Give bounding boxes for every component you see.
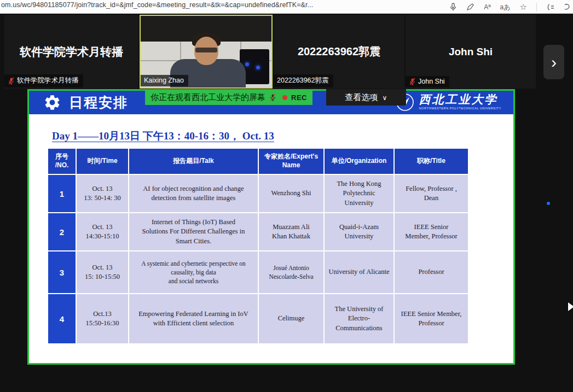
cell-time: Oct.13 15:50-16:30 [77,294,128,343]
row-no: 4 [48,294,76,343]
view-options-button[interactable]: 查看选项 ∨ [326,89,406,106]
cell-talk: Internet of Things (IoT) Based Solutions… [129,213,258,250]
translate-icon[interactable]: aあ [500,4,511,10]
university-logo: 西北工业大学 NORTHWESTERN POLYTECHNICAL UNIVER… [395,92,501,112]
cell-expert: Josué Antonio Nescolarde-Selva [259,251,323,293]
zoom-meeting-page: { "browser": { "url": "om.us/wc/94801185… [0,0,573,392]
chevron-down-icon: ∨ [383,94,387,102]
schedule-table: 序号 /NO. 时间/Time 报告题目/Talk 专家姓名/Expert's … [48,149,468,343]
cell-time: Oct. 13 15: 10-15:50 [77,251,128,293]
cell-talk: Empowering Federated Learning in IoV wit… [129,294,258,343]
col-header-talk: 报告题目/Talk [129,149,258,174]
address-url[interactable]: om.us/wc/94801185077/join?track_id=&jmf_… [1,1,403,9]
cell-org: Quaid-i-Azam University [325,213,393,250]
watch-banner-text: 你正在观看西北工业大学的屏幕 [151,92,265,103]
cell-org: The University of Electro- Communication… [325,294,393,343]
col-header-org: 单位/Organization [325,149,393,174]
video-tile-guozhen[interactable]: 2022263962郭震 2022263962郭震 [274,15,404,89]
schedule-day-title: Day 1——10月13日 下午13：40-16：30， Oct. 13 [52,129,274,143]
video-tile-relay[interactable]: 软件学院学术月转播 软件学院学术月转播 [4,15,138,89]
cell-time: Oct. 13 13: 50-14: 30 [77,175,128,212]
person-glasses [195,48,217,52]
read-aloud-icon[interactable]: Aª [484,4,490,10]
cell-expert: Wenzhong Shi [259,175,323,212]
mic-muted-icon [8,77,15,85]
cell-expert: Muazzam Ali Khan Khattak [259,213,323,250]
video-tile-kaixing-zhao[interactable]: Kaixing Zhao [140,15,273,89]
voice-search-icon[interactable] [449,3,457,11]
recording-dot [282,95,287,100]
participant-name-tag: Kaixing Zhao [141,75,188,86]
view-options-label: 查看选项 [345,92,378,103]
col-header-title: 职称/Title [395,149,468,174]
gear-icon [43,93,61,112]
edit-pen-icon[interactable] [466,3,474,11]
browser-address-bar: om.us/wc/94801185077/join?track_id=&jmf_… [0,0,573,14]
screen-watch-banner: 你正在观看西北工业大学的屏幕 REC [145,90,312,105]
row-no: 2 [48,213,76,250]
banner-mic-muted-icon [269,93,276,101]
participant-name-tag: John Shi [406,76,449,87]
cell-org: The Hong Kong Polytechnic University [325,175,393,212]
cell-org: University of Alicante [325,251,393,293]
col-header-no: 序号 /NO. [48,149,76,174]
browser-extra-icon[interactable] [564,3,570,11]
annotation-dot [547,202,550,205]
slide-title: 日程安排 [69,93,128,112]
favorites-add-icon[interactable]: ☆ [520,3,527,11]
cell-title: IEEE Senior Member, Professor [395,294,468,343]
mic-muted-icon [409,78,416,85]
cell-title: Professor [395,251,468,293]
next-participants-button[interactable]: › [543,45,564,79]
row-no: 1 [48,175,76,212]
cell-title: Fellow, Professor , Dean [395,175,468,212]
cell-title: IEEE Senior Member, Professor [395,213,468,250]
shared-screen: 日程安排 西北工业大学 NORTHWESTERN POLYTECHNICAL U… [27,89,515,365]
remote-cursor-icon [568,302,573,311]
recording-label: REC [291,93,307,102]
toolbar-divider [536,3,537,11]
copilot-icon[interactable] [546,3,555,11]
col-header-time: 时间/Time [77,149,128,174]
university-name-en: NORTHWESTERN POLYTECHNICAL UNIVERSITY [419,107,501,110]
university-name-cn: 西北工业大学 [419,94,501,106]
cell-talk: A systemic and cybernetic perspective on… [129,251,258,293]
participant-name-tag: 2022263962郭震 [274,74,333,87]
cell-talk: AI for object recognition and change det… [129,175,258,212]
col-header-expert: 专家姓名/Expert's Name [259,149,323,174]
participant-name-tag: 软件学院学术月转播 [4,74,83,87]
browser-toolbar-icons: Aª aあ ☆ [449,0,573,14]
row-no: 3 [48,251,76,293]
cell-time: Oct. 13 14:30-15:10 [77,213,128,250]
cell-expert: Celimuge [259,294,323,343]
video-tile-john-shi[interactable]: John Shi John Shi [406,15,536,89]
meeting-stage: 软件学院学术月转播 软件学院学术月转播 Kaix [0,14,573,392]
